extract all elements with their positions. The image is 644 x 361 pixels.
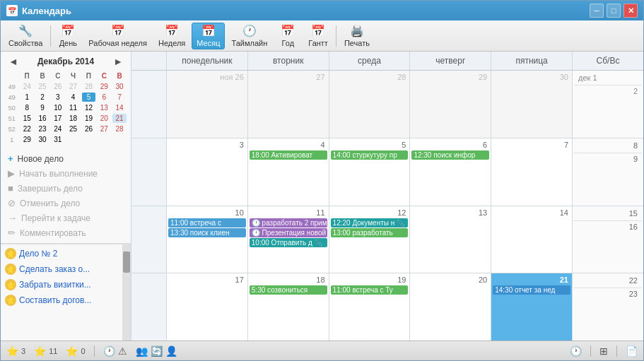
day-cell[interactable]: 28 bbox=[112, 124, 127, 134]
day-cell[interactable]: 12 bbox=[82, 103, 96, 112]
task-item[interactable]: ⭐ Забрать визитки... bbox=[2, 277, 121, 292]
day-cell[interactable]: 6 bbox=[97, 93, 111, 102]
day-cell[interactable] bbox=[66, 135, 81, 144]
day-cell[interactable]: 31 bbox=[51, 135, 65, 144]
task-scrollbar[interactable] bbox=[122, 244, 131, 341]
day-cell[interactable]: 21 bbox=[112, 114, 127, 123]
day-cell[interactable]: 9 bbox=[35, 103, 49, 112]
event-dec5-1[interactable]: 14:00 стуркутуру пр bbox=[331, 150, 409, 160]
event-dec10-2[interactable]: 13:30 поиск клиен bbox=[168, 228, 246, 237]
day-cell[interactable]: 11 bbox=[66, 103, 81, 112]
comment-button[interactable]: ✏ Комментировать bbox=[5, 225, 127, 240]
day-cell[interactable]: 28 bbox=[82, 82, 96, 91]
day-cell[interactable]: 25 bbox=[35, 82, 49, 91]
day-cell[interactable]: 8 bbox=[20, 103, 34, 112]
properties-button[interactable]: 🔧 Свойства bbox=[4, 23, 47, 49]
cal-cell-nov30[interactable]: 30 bbox=[491, 71, 573, 138]
day-cell[interactable]: 7 bbox=[112, 93, 127, 102]
cal-cell-dec11[interactable]: 11 🕐 разработать 2 примера дизайна 🕐 🕐 П… bbox=[248, 206, 329, 273]
cal-cell-dec21[interactable]: 21 14:30 отчет за нед bbox=[491, 273, 573, 341]
day-cell[interactable] bbox=[82, 135, 96, 144]
cal-cell-dec14[interactable]: 14 bbox=[491, 206, 573, 273]
cal-cell-dec22-23[interactable]: 22 23 bbox=[573, 273, 643, 341]
event-dec18-1[interactable]: 5:30 созвониться bbox=[250, 285, 327, 295]
maximize-button[interactable]: □ bbox=[607, 4, 621, 18]
event-dec10-1[interactable]: 11:00 встреча с bbox=[168, 218, 246, 227]
day-cell[interactable]: 23 bbox=[35, 124, 49, 134]
cal-cell-dec15-16[interactable]: 15 16 bbox=[573, 206, 643, 273]
cal-cell-dec18[interactable]: 18 5:30 созвониться bbox=[248, 273, 329, 341]
cal-cell-dec4[interactable]: 4 18:00 Активироват bbox=[248, 138, 329, 206]
day-cell[interactable] bbox=[97, 135, 111, 144]
cal-cell-nov26[interactable]: ноя 26 bbox=[167, 71, 248, 138]
day-button[interactable]: 📅 День bbox=[54, 23, 82, 49]
day-cell[interactable]: 29 bbox=[97, 82, 111, 91]
print-button[interactable]: 🖨️ Печать bbox=[339, 23, 375, 49]
next-month-button[interactable]: ► bbox=[111, 56, 125, 67]
cal-cell-dec5[interactable]: 5 14:00 стуркутуру пр bbox=[329, 138, 411, 206]
task-item[interactable]: ⭐ Составить догов... bbox=[2, 292, 121, 308]
month-button[interactable]: 📅 Месяц bbox=[192, 23, 225, 49]
task-item[interactable]: ⭐ Сделать заказ о... bbox=[2, 261, 121, 277]
day-cell[interactable]: 22 bbox=[20, 124, 34, 134]
goto-task-button[interactable]: → Перейти к задаче bbox=[5, 211, 127, 225]
event-dec12-1[interactable]: 12:20 Документы н 📎 bbox=[331, 218, 409, 227]
cal-cell-dec10[interactable]: 10 11:00 встреча с 13:30 поиск клиен bbox=[167, 206, 248, 273]
timeline-button[interactable]: 🕐 Таймлайн bbox=[226, 23, 272, 49]
cal-cell-dec7[interactable]: 7 bbox=[491, 138, 573, 206]
day-cell[interactable]: 10 bbox=[51, 103, 65, 112]
event-dec19-1[interactable]: 11:00 встреча с Ту bbox=[331, 285, 409, 295]
cal-cell-dec8-9[interactable]: 8 9 bbox=[573, 138, 643, 206]
day-cell[interactable]: 18 bbox=[66, 114, 81, 123]
day-cell[interactable]: 24 bbox=[20, 82, 34, 91]
day-cell[interactable]: 19 bbox=[82, 114, 96, 123]
close-button[interactable]: ✕ bbox=[623, 4, 638, 18]
event-dec11-span2[interactable]: 🕐 Презентация новой продукции 🕐 bbox=[250, 228, 327, 237]
cal-cell-nov29[interactable]: 29 bbox=[410, 71, 491, 138]
scrollbar-thumb[interactable] bbox=[123, 251, 130, 273]
cancel-task-button[interactable]: ⊘ Отменить дело bbox=[5, 196, 127, 211]
cal-cell-dec19[interactable]: 19 11:00 встреча с Ту bbox=[329, 273, 411, 341]
day-cell[interactable]: 26 bbox=[82, 124, 96, 134]
minimize-button[interactable]: ─ bbox=[590, 4, 604, 18]
event-dec11-span1[interactable]: 🕐 разработать 2 примера дизайна 🕐 bbox=[250, 218, 327, 227]
day-cell[interactable]: 13 bbox=[97, 103, 111, 112]
start-task-button[interactable]: ▶ Начать выполнение bbox=[5, 166, 127, 181]
day-cell[interactable] bbox=[112, 135, 127, 144]
cal-cell-dec6[interactable]: 6 12:30 поиск инфор bbox=[410, 138, 491, 206]
day-cell[interactable]: 29 bbox=[20, 135, 34, 144]
gantt-button[interactable]: 📅 Гантт bbox=[303, 23, 333, 49]
cal-cell-nov27[interactable]: 27 bbox=[248, 71, 329, 138]
day-cell[interactable]: 3 bbox=[51, 93, 65, 102]
day-cell[interactable]: 16 bbox=[35, 114, 49, 123]
cal-cell-dec1-2[interactable]: дек 1 2 bbox=[573, 71, 643, 138]
prev-month-button[interactable]: ◄ bbox=[6, 56, 21, 67]
week-button[interactable]: 📅 Неделя bbox=[153, 23, 190, 49]
cal-cell-nov28[interactable]: 28 bbox=[329, 71, 411, 138]
task-item[interactable]: ⭐ Дело № 2 bbox=[2, 246, 121, 261]
day-cell[interactable]: 17 bbox=[51, 114, 65, 123]
day-cell[interactable]: 4 bbox=[66, 93, 81, 102]
day-cell[interactable]: 25 bbox=[66, 124, 81, 134]
day-cell[interactable]: 20 bbox=[97, 114, 111, 123]
cal-cell-dec13[interactable]: 13 bbox=[410, 206, 491, 273]
cal-cell-dec17[interactable]: 17 bbox=[167, 273, 248, 341]
day-cell[interactable]: 30 bbox=[112, 82, 127, 91]
cal-cell-dec3[interactable]: 3 bbox=[167, 138, 248, 206]
cal-cell-dec12[interactable]: 12 12:20 Документы н 📎 13:00 разработать bbox=[329, 206, 411, 273]
year-button[interactable]: 📅 Год bbox=[274, 23, 302, 49]
event-dec21-1[interactable]: 14:30 отчет за нед bbox=[493, 285, 570, 295]
day-cell[interactable]: 30 bbox=[35, 135, 49, 144]
day-cell[interactable]: 24 bbox=[51, 124, 65, 134]
cal-cell-dec20[interactable]: 20 bbox=[410, 273, 491, 341]
event-dec11-1[interactable]: 10:00 Отправить д 📎 bbox=[250, 238, 327, 247]
day-cell[interactable]: 15 bbox=[20, 114, 34, 123]
day-cell[interactable]: 1 bbox=[20, 93, 34, 102]
event-dec4-1[interactable]: 18:00 Активироват bbox=[250, 150, 327, 160]
day-cell[interactable]: 27 bbox=[97, 124, 111, 134]
day-cell[interactable]: 26 bbox=[51, 82, 65, 91]
complete-task-button[interactable]: ■ Завершить дело bbox=[5, 181, 127, 196]
workweek-button[interactable]: 📅 Рабочая неделя bbox=[83, 23, 152, 49]
day-cell[interactable]: 27 bbox=[66, 82, 81, 91]
event-dec6-1[interactable]: 12:30 поиск инфор bbox=[411, 150, 489, 160]
